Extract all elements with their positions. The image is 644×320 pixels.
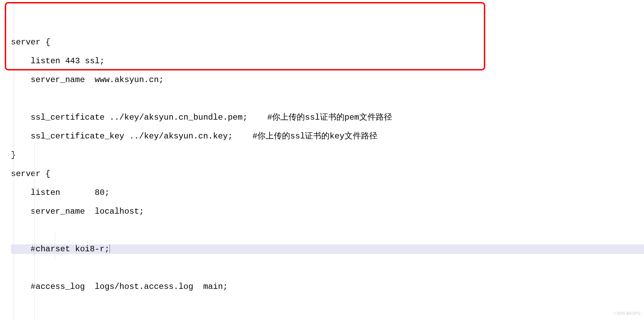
code-line[interactable]: } <box>11 150 644 160</box>
fold-guide <box>14 0 14 320</box>
code-line[interactable]: server_name localhost; <box>11 207 644 216</box>
code-line[interactable]: server_name www.aksyun.cn; <box>11 75 644 85</box>
code-line[interactable]: ssl_certificate ../key/aksyun.cn_bundle.… <box>11 113 644 122</box>
watermark: CSDN @EQPG <box>614 309 641 318</box>
code-line[interactable] <box>11 301 644 310</box>
text-cursor <box>110 244 110 253</box>
code-line-current[interactable]: #charset koi8-r; <box>11 244 644 254</box>
code-line[interactable] <box>11 226 644 235</box>
code-editor[interactable]: server { listen 443 ssl; server_name www… <box>0 0 644 320</box>
code-line[interactable] <box>11 263 644 273</box>
code-line[interactable]: ssl_certificate_key ../key/aksyun.cn.key… <box>11 132 644 141</box>
fold-guide <box>34 144 35 320</box>
code-comment: #你上传的ssl证书的key文件路径 <box>253 132 377 141</box>
code-line[interactable]: listen 80; <box>11 188 644 198</box>
code-line[interactable]: server { <box>11 38 644 47</box>
code-line[interactable]: listen 443 ssl; <box>11 56 644 66</box>
code-line[interactable]: #access_log logs/host.access.log main; <box>11 282 644 292</box>
code-line[interactable]: server { <box>11 169 644 179</box>
code-comment: #你上传的ssl证书的pem文件路径 <box>267 113 392 122</box>
code-line[interactable] <box>11 94 644 104</box>
fold-guide <box>55 232 55 260</box>
code-text: ssl_certificate_key ../key/aksyun.cn.key… <box>11 132 253 141</box>
code-text: ssl_certificate ../key/aksyun.cn_bundle.… <box>11 113 267 122</box>
code-text: #charset koi8-r; <box>11 244 110 254</box>
